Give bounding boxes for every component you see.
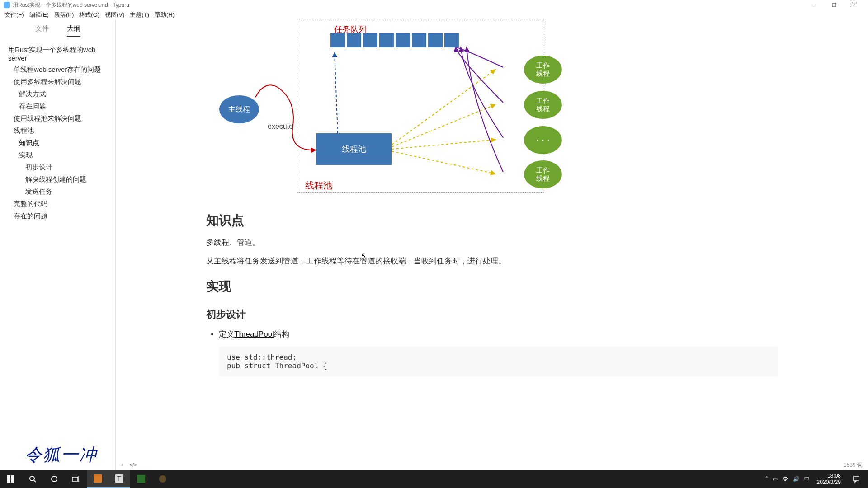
maximize-button[interactable]: [824, 0, 844, 10]
queue-item: [379, 33, 394, 47]
diagram-thread-pool: ↖ 线程池: [316, 133, 392, 165]
menu-format[interactable]: 格式(O): [76, 10, 102, 20]
minimize-button[interactable]: [803, 0, 824, 10]
diagram-worker-ellipsis: · · ·: [524, 126, 562, 154]
diagram-worker: 工作线程: [524, 56, 562, 84]
paragraph: 多线程、管道。: [206, 236, 778, 249]
menu-theme[interactable]: 主题(T): [127, 10, 152, 20]
diagram-worker: 工作线程: [524, 160, 562, 188]
queue-item: [444, 33, 459, 47]
editor[interactable]: 任务队列 主线程 execute ↖ 线程池 工作线程: [116, 20, 868, 470]
outline-item[interactable]: 初步设计: [0, 161, 115, 174]
diagram-pool-label: 线程池: [305, 179, 332, 192]
menu-file[interactable]: 文件(F): [2, 10, 27, 20]
window-title: 用Rust实现一个多线程的web server.md - Typora: [13, 1, 803, 9]
watermark: 令狐一冲: [25, 443, 97, 466]
outline-item[interactable]: 用Rust实现一个多线程的web server: [0, 44, 115, 64]
outline-item[interactable]: 知识点: [0, 137, 115, 149]
queue-item: [363, 33, 377, 47]
tab-files[interactable]: 文件: [35, 24, 49, 37]
svg-line-6: [392, 104, 496, 147]
queue-item: [330, 33, 345, 47]
queue-item: [428, 33, 443, 47]
svg-line-8: [392, 151, 496, 174]
tab-outline[interactable]: 大纲: [67, 24, 80, 37]
diagram: 任务队列 主线程 execute ↖ 线程池 工作线程: [297, 20, 544, 193]
outline-item[interactable]: 存在的问题: [0, 210, 115, 222]
outline-item[interactable]: 使用多线程来解决问题: [0, 76, 115, 88]
outline-item[interactable]: 存在问题: [0, 100, 115, 113]
source-mode-button[interactable]: </>: [129, 462, 137, 468]
heading-knowledge: 知识点: [206, 212, 778, 229]
li-text: 结构: [274, 330, 289, 338]
diagram-execute-label: execute: [268, 122, 293, 131]
diagram-worker: 工作线程: [524, 91, 562, 119]
thread-pool-box-label: 线程池: [342, 144, 366, 155]
back-button[interactable]: ‹: [121, 462, 123, 468]
word-count: 1539 词: [844, 461, 863, 469]
diagram-arrows: [207, 20, 568, 201]
window-controls: [803, 0, 864, 10]
queue-item: [347, 33, 361, 47]
outline-panel[interactable]: 用Rust实现一个多线程的web server单线程web server存在的问…: [0, 40, 115, 470]
menu-paragraph[interactable]: 段落(P): [52, 10, 76, 20]
status-bar: ‹ </> 1539 词: [116, 460, 868, 470]
queue-item: [396, 33, 410, 47]
menu-bar: 文件(F) 编辑(E) 段落(P) 格式(O) 视图(V) 主题(T) 帮助(H…: [0, 10, 868, 20]
heading-implementation: 实现: [206, 278, 778, 295]
heading-initial-design: 初步设计: [206, 308, 778, 321]
svg-rect-1: [832, 3, 836, 7]
outline-item[interactable]: 使用线程池来解决问题: [0, 113, 115, 125]
menu-edit[interactable]: 编辑(E): [27, 10, 52, 20]
article-body[interactable]: 知识点 多线程、管道。 从主线程将任务发送到管道，工作线程等待在管道的接收端，当…: [116, 193, 868, 394]
close-button[interactable]: [844, 0, 864, 10]
diagram-queue-row: [330, 33, 459, 47]
queue-item: [412, 33, 426, 47]
title-bar: 用Rust实现一个多线程的web server.md - Typora: [0, 0, 868, 10]
paragraph: 从主线程将任务发送到管道，工作线程等待在管道的接收端，当收到任务时，进行处理。: [206, 255, 778, 268]
menu-view[interactable]: 视图(V): [102, 10, 127, 20]
outline-item[interactable]: 单线程web server存在的问题: [0, 64, 115, 76]
outline-item[interactable]: 完整的代码: [0, 198, 115, 210]
diagram-main-thread: 主线程: [219, 95, 259, 123]
menu-help[interactable]: 帮助(H): [152, 10, 177, 20]
outline-item[interactable]: 实现: [0, 149, 115, 161]
svg-line-7: [392, 140, 496, 149]
sidebar: 文件 大纲 用Rust实现一个多线程的web server单线程web serv…: [0, 20, 116, 470]
svg-line-5: [392, 69, 496, 145]
code-block[interactable]: use std::thread; pub struct ThreadPool {: [219, 347, 778, 376]
threadpool-link[interactable]: ThreadPool: [234, 330, 274, 338]
outline-item[interactable]: 发送任务: [0, 186, 115, 198]
app-icon: [4, 2, 10, 8]
sidebar-tabs: 文件 大纲: [0, 20, 115, 40]
svg-line-4: [335, 52, 338, 133]
outline-item[interactable]: 解决方式: [0, 88, 115, 100]
outline-item[interactable]: 线程池: [0, 125, 115, 137]
li-text: 定义: [219, 330, 234, 338]
outline-item[interactable]: 解决线程创建的问题: [0, 174, 115, 186]
list-item: 定义ThreadPool结构: [219, 328, 778, 342]
cursor-icon: ↖: [361, 252, 367, 259]
